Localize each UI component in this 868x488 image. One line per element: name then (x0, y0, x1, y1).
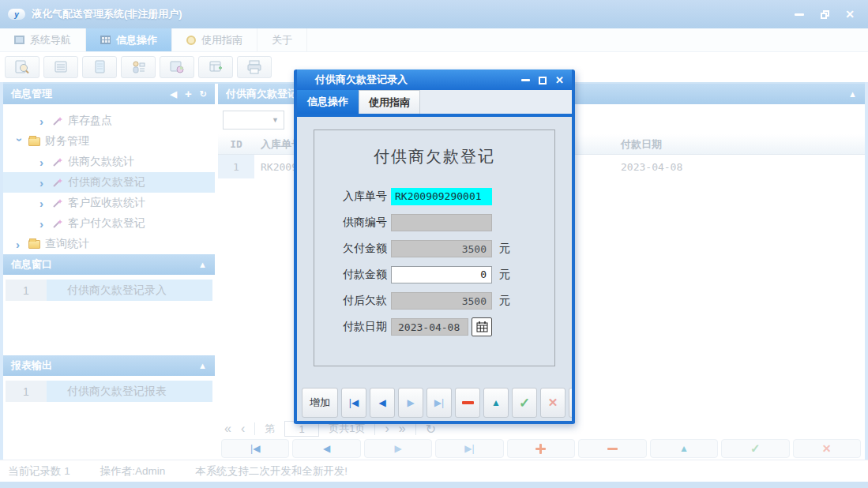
confirm-button[interactable]: ✓ (512, 388, 537, 418)
order-no-field[interactable]: RK200909290001 (391, 188, 492, 205)
column-header-id[interactable]: ID (218, 138, 254, 150)
refresh-panel-icon[interactable]: ↻ (200, 90, 207, 99)
last-record-button[interactable]: ▶| (435, 439, 503, 458)
row-number: 1 (6, 280, 47, 301)
status-message: 本系统支持二次开发和全新开发! (195, 464, 348, 479)
window-chart-button[interactable] (160, 56, 194, 78)
next-icon: ▶ (394, 443, 401, 454)
page-prefix-label: 第 (265, 422, 275, 436)
next-record-button[interactable]: ▶ (398, 388, 423, 418)
report-output-list: 1 付供商欠款登记报表 (3, 381, 215, 467)
table-add-button[interactable] (198, 56, 233, 78)
folder-icon (28, 240, 40, 249)
dropdown-arrow-icon: ▼ (272, 116, 279, 124)
next-record-button[interactable]: ▶ (364, 439, 432, 458)
collapse-up-icon[interactable]: ▲ (198, 261, 207, 269)
user-chart-button[interactable] (121, 56, 156, 78)
info-window-item[interactable]: 1 付供商欠款登记录入 (6, 280, 212, 301)
dialog-title-bar: 付供商欠款登记录入 ✕ (296, 69, 573, 90)
dialog-tab-user-guide[interactable]: 使用指南 (359, 90, 420, 114)
dialog-tab-info-operation[interactable]: 信息操作 (297, 90, 359, 114)
tree-item-finance-mgmt[interactable]: › 财务管理 (3, 131, 215, 152)
tree-item-supplier-debt-stats[interactable]: › 供商欠款统计 (3, 152, 215, 172)
row-number: 1 (6, 381, 47, 402)
chevron-down-icon[interactable]: › (14, 137, 26, 145)
field-label: 付款金额 (314, 268, 387, 282)
add-record-button[interactable] (507, 439, 575, 458)
calendar-button[interactable] (472, 317, 492, 336)
filter-dropdown[interactable]: ▼ (223, 111, 284, 130)
prev-page-icon[interactable]: ‹ (241, 422, 245, 435)
grid-icon (100, 36, 111, 44)
check-icon: ✓ (750, 441, 761, 456)
tab-about[interactable]: 关于 (257, 28, 307, 51)
sidebar: 信息管理 ◀ + ↻ › 库存盘点 › 财务管理 › 供商欠款统计 (3, 84, 215, 458)
divider (374, 422, 375, 435)
dialog-toolbar: 增加 |◀ ◀ ▶ ▶| ▲ ✓ ✕ (297, 385, 572, 421)
last-record-button[interactable]: ▶| (426, 388, 452, 418)
last-page-icon[interactable]: » (399, 422, 406, 435)
chevron-right-icon[interactable]: › (39, 115, 47, 127)
column-header-pay-date[interactable]: 付款日期 (621, 137, 865, 152)
confirm-button[interactable]: ✓ (721, 439, 789, 458)
tree-item-query-stats[interactable]: › 查询统计 (3, 234, 215, 254)
cancel-button[interactable]: ✕ (540, 388, 566, 418)
prev-record-button[interactable]: ◀ (370, 388, 395, 418)
form-group-box: 付供商欠款登记 入库单号 RK200909290001 供商编号 欠付金额 35… (314, 130, 555, 366)
window-controls: ✕ (792, 8, 857, 21)
report-output-item[interactable]: 1 付供商欠款登记报表 (6, 381, 212, 402)
info-mgmt-panel-header: 信息管理 ◀ + ↻ (3, 84, 215, 104)
edit-record-button[interactable]: ▲ (650, 439, 718, 458)
collapse-up-icon[interactable]: ▲ (198, 362, 207, 370)
delete-record-button[interactable] (455, 388, 480, 418)
chevron-right-icon[interactable]: › (16, 238, 24, 250)
edit-record-button[interactable]: ▲ (483, 388, 509, 418)
up-triangle-icon: ▲ (491, 397, 501, 408)
tab-system-nav[interactable]: 系统导航 (0, 28, 86, 51)
pay-amount-input[interactable] (391, 266, 492, 283)
report-output-panel-header: 报表输出 ▲ (3, 355, 215, 376)
user-chart-icon (130, 59, 147, 75)
chevron-right-icon[interactable]: › (39, 177, 47, 189)
printer-button[interactable] (237, 56, 272, 78)
tree-item-pay-supplier-debt[interactable]: › 付供商欠款登记 (3, 172, 215, 193)
tree-item-label: 库存盘点 (68, 114, 112, 128)
add-panel-icon[interactable]: + (185, 88, 192, 99)
close-button[interactable]: ✕ (843, 8, 857, 21)
printer-icon (246, 59, 263, 75)
main-tab-bar: 系统导航 信息操作 使用指南 关于 (0, 28, 868, 52)
document-button[interactable] (82, 56, 117, 78)
tree-item-customer-receivable-stats[interactable]: › 客户应收款统计 (3, 193, 215, 213)
list-view-button[interactable] (43, 56, 78, 78)
dialog-close-icon[interactable]: ✕ (555, 75, 564, 85)
minimize-button[interactable] (792, 8, 806, 21)
collapse-left-icon[interactable]: ◀ (171, 90, 177, 99)
collapse-up-icon[interactable]: ▲ (848, 90, 857, 99)
app-window: y 液化气配送管理系统(非注册用户) ✕ 系统导航 信息操作 使用指南 关于 (0, 0, 868, 488)
tree-item-customer-pay-debt[interactable]: › 客户付欠款登记 (3, 213, 215, 234)
next-page-icon[interactable]: › (385, 422, 389, 435)
wand-icon (52, 218, 63, 229)
pay-date-field[interactable]: 2023-04-08 (391, 318, 468, 336)
restore-button[interactable] (817, 8, 832, 21)
first-record-button[interactable]: |◀ (341, 388, 366, 418)
search-document-button[interactable] (5, 56, 39, 78)
print-button[interactable] (569, 388, 575, 418)
chevron-right-icon[interactable]: › (39, 197, 47, 209)
first-page-icon[interactable]: « (224, 422, 231, 435)
delete-record-button[interactable] (578, 439, 646, 458)
tree-item-inventory-check[interactable]: › 库存盘点 (3, 111, 215, 131)
x-icon: ✕ (822, 442, 832, 455)
dialog-minimize-icon[interactable] (521, 79, 530, 81)
dialog-maximize-icon[interactable] (539, 77, 547, 84)
prev-record-button[interactable]: ◀ (292, 439, 360, 458)
minimize-icon (795, 13, 804, 16)
tab-user-guide[interactable]: 使用指南 (172, 28, 257, 51)
tab-info-operation[interactable]: 信息操作 (86, 28, 172, 51)
first-record-button[interactable]: |◀ (221, 439, 289, 458)
chevron-right-icon[interactable]: › (39, 218, 47, 230)
add-button[interactable]: 增加 (302, 388, 338, 418)
cancel-button[interactable]: ✕ (793, 439, 861, 458)
chevron-right-icon[interactable]: › (39, 156, 47, 168)
row-label: 付供商欠款登记报表 (47, 381, 212, 402)
